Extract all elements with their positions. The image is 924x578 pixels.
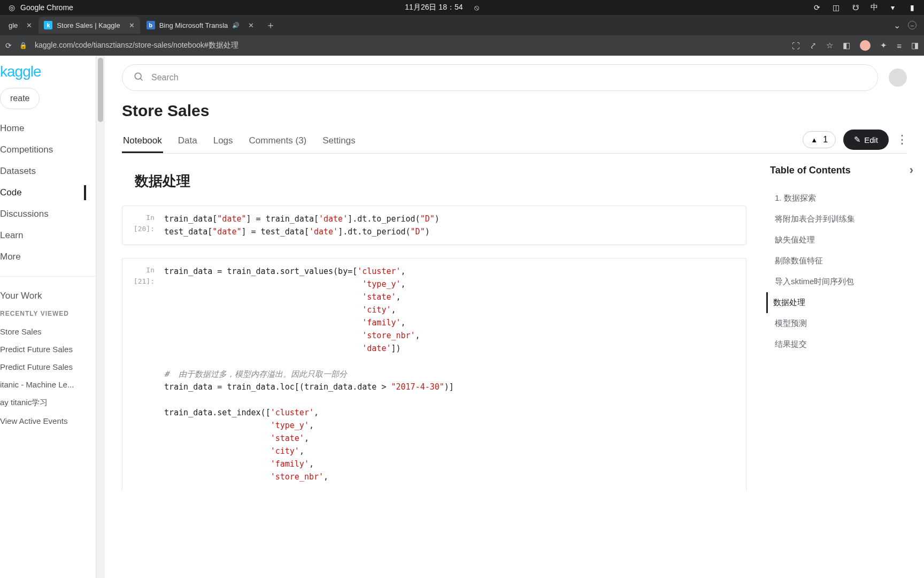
reload-icon[interactable]: ⟳ — [5, 41, 12, 50]
close-tab-icon[interactable]: ✕ — [125, 21, 135, 29]
upvote-count: 1 — [823, 135, 828, 144]
toc-item[interactable]: 数据处理 — [766, 292, 913, 313]
close-tab-icon[interactable]: ✕ — [244, 21, 254, 29]
translate-icon[interactable]: ⛶ — [792, 41, 800, 50]
user-avatar[interactable] — [889, 69, 907, 87]
tab-data[interactable]: Data — [177, 130, 198, 153]
recent-item[interactable]: itanic - Machine Le... — [0, 376, 96, 393]
tab-audio-icon[interactable]: 🔊 — [232, 22, 240, 29]
app-tray-icon[interactable]: ◫ — [832, 3, 841, 12]
search-row: Search — [105, 56, 924, 97]
recent-item[interactable]: Predict Future Sales — [0, 340, 96, 358]
edit-button[interactable]: ✎ Edit — [843, 130, 889, 150]
section-heading: 数据处理 — [135, 172, 746, 191]
main-content: Search Store Sales Notebook Data Logs Co… — [105, 56, 924, 578]
browser-tabbar: gle ✕ k Store Sales | Kaggle ✕ b Bing Mi… — [0, 15, 924, 35]
title-area: Store Sales Notebook Data Logs Comments … — [105, 97, 924, 154]
browser-urlbar: ⟳ 🔒 kaggle.com/code/tiansztiansz/store-s… — [0, 35, 924, 56]
tab-comments[interactable]: Comments (3) — [248, 130, 308, 153]
kaggle-favicon-icon: k — [44, 21, 52, 29]
accessibility-icon[interactable]: ☋ — [851, 3, 860, 12]
vertical-scrollbar[interactable] — [96, 56, 105, 578]
close-tab-icon[interactable]: ✕ — [22, 21, 32, 29]
bing-favicon-icon: b — [147, 21, 155, 29]
table-of-contents: Table of Contents › 1. 数据探索 将附加表合并到训练集 缺… — [764, 154, 924, 578]
nav-your-work[interactable]: Your Work — [0, 285, 96, 307]
toc-title: Table of Contents — [770, 165, 851, 176]
notebook-area: 数据处理 In [20]: train_data["date"] = train… — [105, 154, 764, 578]
search-placeholder: Search — [151, 73, 179, 82]
toc-item[interactable]: 剔除数值特征 — [770, 250, 913, 271]
system-menubar: ◎ Google Chrome 11月26日 18：54 ⦸ ⟳ ◫ ☋ 中 ▾… — [0, 0, 924, 15]
svg-line-1 — [141, 79, 143, 81]
app-body: kaggle reate Home Competitions Datasets … — [0, 56, 924, 578]
tab-notebook[interactable]: Notebook — [122, 130, 163, 153]
nav-more[interactable]: More — [0, 246, 96, 268]
divider — [0, 276, 96, 277]
cell-prompt: In [20]: — [122, 206, 158, 245]
code-cell[interactable]: In [20]: train_data["date"] = train_data… — [122, 206, 746, 245]
toc-item[interactable]: 将附加表合并到训练集 — [770, 209, 913, 230]
tab-dropdown-icon[interactable]: ⌄ — [894, 20, 900, 31]
tab-title: gle — [9, 21, 18, 29]
browser-tab[interactable]: k Store Sales | Kaggle ✕ — [38, 17, 140, 34]
share-icon[interactable]: ⤤ — [810, 41, 817, 50]
content-body: 数据处理 In [20]: train_data["date"] = train… — [105, 154, 924, 578]
search-icon — [133, 71, 144, 84]
toc-item[interactable]: 1. 数据探索 — [770, 188, 913, 209]
toc-header: Table of Contents › — [770, 163, 913, 177]
view-active-events[interactable]: View Active Events — [0, 412, 96, 430]
profile-avatar-icon[interactable] — [860, 40, 871, 51]
upvote-arrow-icon: ▲ — [811, 136, 818, 144]
wifi-icon[interactable]: ▾ — [889, 3, 897, 12]
page-title: Store Sales — [122, 102, 907, 120]
browser-tab[interactable]: b Bing Microsoft Transla 🔊 ✕ — [141, 17, 260, 34]
nav-code[interactable]: Code — [0, 182, 96, 203]
url-text[interactable]: kaggle.com/code/tiansztiansz/store-sales… — [35, 41, 784, 50]
browser-tab[interactable]: gle ✕ — [3, 17, 37, 34]
toc-item[interactable]: 导入sktime时间序列包 — [770, 271, 913, 292]
nav-datasets[interactable]: Datasets — [0, 161, 96, 182]
svg-point-0 — [135, 73, 141, 79]
nav-home[interactable]: Home — [0, 118, 96, 139]
cell-code: train_data = train_data.sort_values(by=[… — [158, 258, 746, 490]
recent-item[interactable]: Store Sales — [0, 323, 96, 340]
kaggle-logo[interactable]: kaggle — [0, 63, 96, 88]
lock-icon[interactable]: 🔒 — [19, 42, 27, 49]
do-not-disturb-icon[interactable]: ⦸ — [473, 3, 481, 12]
side-panel-icon[interactable]: ◨ — [911, 41, 919, 50]
chrome-logo-icon: ◎ — [7, 3, 16, 12]
ime-indicator[interactable]: 中 — [871, 3, 878, 12]
action-group: ▲ 1 ✎ Edit ⋮ — [803, 130, 907, 153]
recent-item[interactable]: ay titanic学习 — [0, 393, 96, 412]
nav-competitions[interactable]: Competitions — [0, 139, 96, 161]
chevron-right-icon[interactable]: › — [910, 163, 913, 177]
cell-code: train_data["date"] = train_data['date'].… — [158, 206, 746, 245]
bookmark-icon[interactable]: ☆ — [826, 41, 833, 50]
nav-learn[interactable]: Learn — [0, 225, 96, 246]
toc-item[interactable]: 缺失值处理 — [770, 230, 913, 250]
minimize-window-button[interactable]: – — [908, 21, 917, 29]
sysbar-app-name: Google Chrome — [20, 3, 73, 12]
tab-settings[interactable]: Settings — [321, 130, 356, 153]
code-cell[interactable]: In [21]: train_data = train_data.sort_va… — [122, 258, 746, 490]
page-tabs: Notebook Data Logs Comments (3) Settings — [122, 130, 357, 153]
new-tab-button[interactable]: ＋ — [260, 19, 281, 32]
tab-logs[interactable]: Logs — [212, 130, 234, 153]
scroll-thumb[interactable] — [98, 58, 103, 122]
toc-item[interactable]: 模型预测 — [770, 313, 913, 334]
upvote-button[interactable]: ▲ 1 — [803, 131, 836, 148]
sync-icon[interactable]: ⟳ — [813, 3, 821, 12]
more-menu-icon[interactable]: ⋮ — [896, 133, 907, 147]
battery-icon[interactable]: ▮ — [908, 3, 917, 12]
nav-discussions[interactable]: Discussions — [0, 203, 96, 225]
create-button[interactable]: reate — [0, 88, 40, 109]
extension-icon[interactable]: ◧ — [843, 41, 850, 50]
extensions-puzzle-icon[interactable]: ✦ — [880, 41, 887, 50]
cell-prompt: In [21]: — [122, 258, 158, 490]
search-input[interactable]: Search — [122, 64, 878, 91]
settings-lines-icon[interactable]: ≡ — [897, 41, 902, 50]
edit-pencil-icon: ✎ — [854, 135, 861, 144]
toc-item[interactable]: 结果提交 — [770, 334, 913, 355]
recent-item[interactable]: Predict Future Sales — [0, 358, 96, 376]
